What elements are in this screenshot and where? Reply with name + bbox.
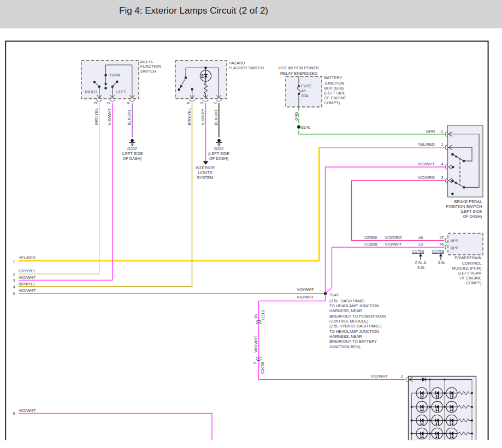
svg-text:VIO/WHT: VIO/WHT [253, 335, 258, 353]
svg-text:BRAKE PEDAL: BRAKE PEDAL [454, 199, 482, 204]
svg-text:2: 2 [106, 102, 111, 104]
svg-text:CONTROL MODULE): CONTROL MODULE) [329, 319, 368, 324]
svg-text:(LEFT SIDE: (LEFT SIDE [324, 91, 345, 95]
svg-text:VIO/WHT: VIO/WHT [297, 287, 314, 292]
svg-text:3: 3 [441, 175, 443, 180]
svg-text:TO HEADLAMP JUNCTION: TO HEADLAMP JUNCTION [329, 303, 379, 308]
svg-text:HARNESS, NEAR: HARNESS, NEAR [329, 308, 362, 313]
svg-text:2: 2 [212, 102, 217, 104]
svg-text:YEL/RED: YEL/RED [418, 142, 435, 147]
svg-text:VIO/WHT: VIO/WHT [107, 108, 112, 126]
svg-text:(LEFT SIDE: (LEFT SIDE [460, 209, 482, 214]
svg-text:GRN: GRN [426, 129, 435, 134]
svg-text:COMPT): COMPT) [466, 280, 482, 285]
svg-text:47: 47 [439, 235, 444, 240]
svg-text:CCB08: CCB08 [364, 242, 377, 247]
svg-text:VIO/WHT: VIO/WHT [371, 374, 388, 379]
svg-text:4: 4 [441, 162, 443, 166]
svg-text:3: 3 [13, 278, 15, 283]
svg-text:VIO/ORG: VIO/ORG [385, 235, 403, 240]
svg-text:OF ENGINE: OF ENGINE [324, 95, 346, 100]
svg-text:LEFT: LEFT [116, 89, 126, 94]
svg-text:G202: G202 [214, 146, 224, 151]
svg-text:TURN: TURN [109, 73, 120, 77]
svg-text:49: 49 [302, 88, 306, 93]
svg-text:RIGHT: RIGHT [85, 89, 98, 94]
svg-text:VIO/WHT: VIO/WHT [297, 295, 314, 300]
svg-text:BRN/YEL: BRN/YEL [187, 108, 192, 125]
svg-text:S140: S140 [301, 125, 310, 130]
svg-text:16: 16 [253, 314, 258, 319]
svg-text:VIO/ORG: VIO/ORG [418, 175, 435, 180]
svg-text:4: 4 [13, 284, 15, 289]
svg-text:BPP: BPP [451, 246, 459, 250]
svg-text:6: 6 [186, 102, 191, 104]
svg-text:2: 2 [401, 374, 403, 379]
svg-text:46: 46 [418, 235, 423, 240]
svg-text:46: 46 [439, 242, 444, 247]
svg-text:6: 6 [13, 411, 15, 416]
svg-text:JUNCTION: JUNCTION [324, 81, 344, 86]
svg-text:C219: C219 [261, 310, 265, 320]
svg-text:3.5L: 3.5L [438, 260, 446, 265]
svg-text:C175B: C175B [432, 249, 444, 254]
svg-text:C175B: C175B [412, 249, 424, 254]
svg-text:(LEFT SIDE: (LEFT SIDE [208, 151, 229, 156]
svg-text:3: 3 [93, 102, 98, 104]
svg-text:HARNESS, NEAR: HARNESS, NEAR [329, 334, 362, 339]
svg-text:POWERTRAIN: POWERTRAIN [454, 255, 481, 260]
svg-text:HOT W/ PCM POWER: HOT W/ PCM POWER [279, 65, 319, 70]
svg-text:TO HEADLAMP JUNCTION: TO HEADLAMP JUNCTION [329, 329, 379, 334]
svg-text:BREAKOUT TO POWERTRAIN: BREAKOUT TO POWERTRAIN [329, 314, 386, 319]
svg-text:(3.5L: DASH PANEL: (3.5L: DASH PANEL [329, 298, 365, 303]
svg-text:RELAY ENERGIZED: RELAY ENERGIZED [280, 71, 317, 76]
svg-text:2: 2 [252, 362, 257, 364]
svg-text:POSITION SWITCH: POSITION SWITCH [446, 204, 482, 209]
svg-text:GRN: GRN [294, 112, 299, 121]
svg-text:BLK/VIO: BLK/VIO [127, 110, 132, 126]
svg-text:MODULE (PCM): MODULE (PCM) [452, 266, 481, 271]
svg-text:GRY/YEL: GRY/YEL [19, 268, 36, 273]
svg-text:2.5L &: 2.5L & [415, 260, 427, 265]
svg-text:G202: G202 [127, 146, 137, 151]
svg-text:(LEFT REAR: (LEFT REAR [458, 271, 481, 276]
svg-text:HAZARD: HAZARD [229, 61, 245, 65]
svg-text:CONTROL: CONTROL [462, 261, 482, 266]
svg-text:BLK/VIO: BLK/VIO [214, 110, 218, 126]
svg-text:SWITCH: SWITCH [140, 69, 156, 74]
svg-text:VIO/WHT: VIO/WHT [19, 275, 36, 280]
svg-text:BOX (BJB): BOX (BJB) [324, 86, 344, 91]
svg-text:OF DASH): OF DASH) [463, 214, 482, 219]
svg-text:8: 8 [126, 102, 131, 104]
svg-text:20A: 20A [302, 93, 309, 98]
svg-text:BRN/YEL: BRN/YEL [19, 282, 36, 286]
svg-text:JUNCTION BOX): JUNCTION BOX) [329, 344, 361, 349]
svg-text:VIO/WHT: VIO/WHT [19, 288, 36, 293]
svg-text:2: 2 [13, 272, 15, 277]
svg-text:3: 3 [199, 102, 204, 104]
svg-text:VIO/WHT: VIO/WHT [19, 408, 36, 413]
svg-text:GRY/YEL: GRY/YEL [94, 108, 99, 126]
svg-text:BREAKOUT TO BATTERY: BREAKOUT TO BATTERY [329, 339, 377, 344]
svg-text:CES09: CES09 [364, 235, 377, 240]
svg-text:BPS: BPS [451, 238, 459, 243]
svg-text:3.0L: 3.0L [417, 265, 425, 270]
svg-text:VIO/GRY: VIO/GRY [200, 109, 205, 125]
svg-text:YEL/RED: YEL/RED [19, 255, 36, 260]
svg-text:2: 2 [441, 129, 443, 134]
svg-text:VIO/WHT: VIO/WHT [385, 242, 403, 247]
svg-text:VIO/WHT: VIO/WHT [418, 162, 435, 166]
svg-text:INTERIOR: INTERIOR [196, 165, 215, 170]
svg-text:OF DASH): OF DASH) [209, 156, 228, 161]
svg-text:BATTERY: BATTERY [324, 75, 342, 80]
svg-text:FUSE: FUSE [302, 83, 312, 88]
svg-text:OF ENGINE: OF ENGINE [459, 276, 481, 280]
svg-text:FLASHER SWITCH: FLASHER SWITCH [229, 65, 264, 70]
svg-text:S142: S142 [329, 292, 339, 297]
svg-text:1: 1 [13, 259, 15, 264]
svg-text:OF DASH): OF DASH) [123, 156, 142, 161]
svg-text:(2.5L HYBRID: DASH PANEL: (2.5L HYBRID: DASH PANEL [329, 324, 382, 328]
svg-text:Fig 4: Exterior Lamps Circuit: Fig 4: Exterior Lamps Circuit (2 of 2) [119, 5, 268, 16]
svg-text:C3050: C3050 [260, 362, 265, 374]
svg-text:LIGHTS: LIGHTS [198, 170, 212, 175]
